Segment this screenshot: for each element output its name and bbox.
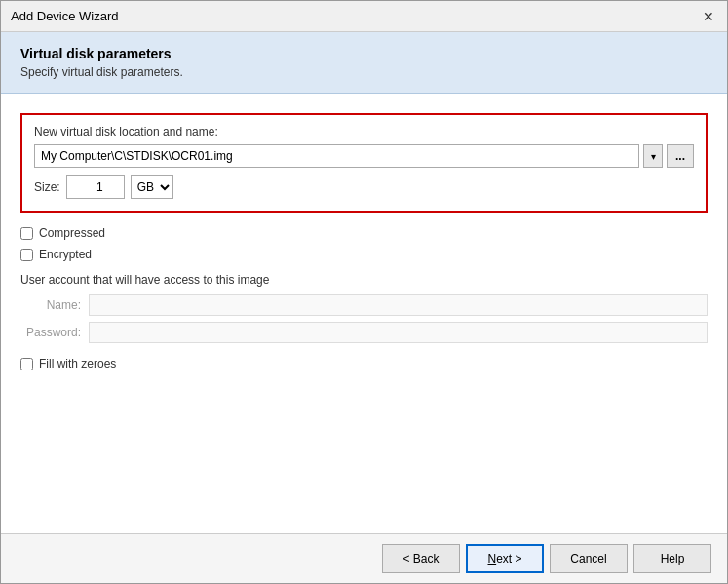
browse-icon: ... <box>675 149 685 163</box>
name-input[interactable] <box>89 294 708 316</box>
size-input[interactable] <box>66 175 125 199</box>
path-dropdown-button[interactable]: ▾ <box>643 144 663 168</box>
wizard-footer: < Back Next > Cancel Help <box>1 533 727 583</box>
encrypted-label[interactable]: Encrypted <box>39 248 92 261</box>
wizard-window: Add Device Wizard ✕ Virtual disk paramet… <box>0 0 728 584</box>
path-input[interactable] <box>34 144 639 168</box>
close-button[interactable]: ✕ <box>700 8 717 25</box>
location-label: New virtual disk location and name: <box>34 125 694 138</box>
password-row: Password: <box>20 322 708 343</box>
path-row: ▾ ... <box>34 144 694 168</box>
wizard-header: Virtual disk parameters Specify virtual … <box>1 32 727 94</box>
cancel-button[interactable]: Cancel <box>550 544 628 573</box>
encrypted-row: Encrypted <box>20 248 708 261</box>
size-unit-select[interactable]: KB MB GB TB <box>131 175 173 199</box>
encrypted-checkbox[interactable] <box>20 249 33 261</box>
name-row: Name: <box>20 294 708 316</box>
next-button[interactable]: Next > <box>466 544 544 573</box>
help-button[interactable]: Help <box>633 544 711 573</box>
title-bar: Add Device Wizard ✕ <box>1 1 727 32</box>
disk-params-box: New virtual disk location and name: ▾ ..… <box>20 113 708 213</box>
next-label: Next > <box>487 552 521 565</box>
password-label: Password: <box>20 326 89 339</box>
compressed-row: Compressed <box>20 226 708 240</box>
browse-button[interactable]: ... <box>667 144 694 168</box>
dropdown-icon: ▾ <box>651 151 656 162</box>
fill-zeroes-checkbox[interactable] <box>20 358 33 370</box>
password-input[interactable] <box>89 322 708 343</box>
size-label: Size: <box>34 180 60 194</box>
wizard-content: New virtual disk location and name: ▾ ..… <box>1 94 727 533</box>
fill-zeroes-row: Fill with zeroes <box>20 357 708 370</box>
compressed-label[interactable]: Compressed <box>39 226 105 240</box>
fill-zeroes-label[interactable]: Fill with zeroes <box>39 357 116 370</box>
size-row: Size: KB MB GB TB <box>34 175 694 199</box>
header-subtitle: Specify virtual disk parameters. <box>20 65 708 79</box>
name-label: Name: <box>20 298 89 312</box>
back-button[interactable]: < Back <box>382 544 460 573</box>
header-title: Virtual disk parameters <box>20 46 708 61</box>
compressed-checkbox[interactable] <box>20 227 33 240</box>
user-account-section: User account that will have access to th… <box>20 273 708 343</box>
user-account-title: User account that will have access to th… <box>20 273 708 287</box>
window-title: Add Device Wizard <box>11 9 119 23</box>
